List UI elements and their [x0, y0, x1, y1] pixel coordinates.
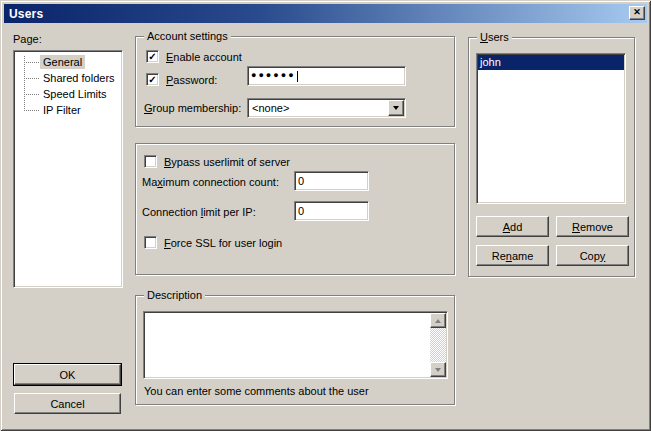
page-tree[interactable]: General Shared folders Speed Limits IP F… [13, 50, 123, 288]
description-help-text: You can enter some comments about the us… [144, 385, 369, 397]
max-connections-label: Maximum connection count: [142, 176, 279, 188]
close-icon: ✕ [633, 8, 641, 17]
tree-connector [24, 78, 40, 79]
cancel-button[interactable]: Cancel [14, 393, 121, 414]
window-title: Users [9, 7, 43, 21]
ok-button[interactable]: OK [14, 364, 121, 385]
scroll-up-button[interactable] [430, 313, 446, 328]
dropdown-button[interactable] [388, 100, 404, 116]
tree-connector [24, 110, 40, 111]
tree-item-ip-filter[interactable]: IP Filter [16, 102, 120, 118]
bypass-userlimit-label: Bypass userlimit of server [164, 156, 290, 168]
tree-item-speed-limits[interactable]: Speed Limits [16, 86, 120, 102]
triangle-up-icon [435, 319, 441, 323]
description-title: Description [144, 288, 205, 302]
password-value: ●●●●●● [251, 70, 296, 80]
password-label: Password: [166, 74, 217, 86]
scroll-down-button[interactable] [430, 362, 446, 377]
copy-user-button[interactable]: Copy [556, 245, 629, 266]
rename-user-button[interactable]: Rename [476, 245, 549, 266]
account-settings-title: Account settings [144, 29, 231, 43]
group-membership-label: Group membership: [144, 102, 241, 114]
description-input[interactable] [145, 313, 429, 377]
password-checkbox[interactable]: ✓ [146, 73, 159, 86]
description-scrollbar[interactable] [430, 313, 446, 377]
users-group: Users john Add Remove Rename Copy [468, 37, 635, 277]
users-group-title: Users [477, 30, 512, 44]
ip-limit-label: Connection limit per IP: [142, 206, 256, 218]
password-input[interactable]: ●●●●●● [247, 66, 406, 86]
users-listbox[interactable]: john [476, 53, 626, 204]
account-settings-group: Account settings ✓ Enable account ✓ Pass… [135, 36, 455, 127]
tree-item-general[interactable]: General [16, 54, 120, 70]
tree-connector [24, 62, 40, 63]
group-membership-select[interactable]: <none> [247, 98, 406, 118]
description-field [143, 311, 448, 379]
force-ssl-checkbox[interactable] [144, 236, 157, 249]
tree-item-label: IP Filter [40, 103, 84, 117]
page-list-label: Page: [13, 33, 42, 45]
tree-item-label: Shared folders [40, 71, 118, 85]
connection-limits-group: Bypass userlimit of server Maximum conne… [135, 143, 455, 275]
triangle-down-icon [435, 368, 441, 372]
users-dialog: Users ✕ Page: General Shared folders Spe… [0, 0, 651, 431]
title-bar[interactable]: Users ✕ [4, 4, 647, 23]
add-user-button[interactable]: Add [476, 216, 549, 237]
bypass-userlimit-checkbox[interactable] [144, 155, 157, 168]
enable-account-checkbox[interactable]: ✓ [146, 50, 159, 63]
user-list-item[interactable]: john [478, 55, 624, 70]
chevron-down-icon [393, 106, 399, 110]
text-caret [297, 71, 298, 82]
description-group: Description You can enter some comments … [135, 295, 455, 405]
tree-item-shared-folders[interactable]: Shared folders [16, 70, 120, 86]
group-membership-value: <none> [252, 102, 289, 114]
force-ssl-label: Force SSL for user login [164, 237, 282, 249]
tree-item-label: General [40, 55, 85, 69]
enable-account-label: Enable account [166, 51, 242, 63]
tree-connector [24, 94, 40, 95]
close-button[interactable]: ✕ [629, 6, 645, 20]
ip-limit-input[interactable] [294, 201, 369, 221]
tree-item-label: Speed Limits [40, 87, 110, 101]
max-connections-input[interactable] [294, 171, 369, 191]
remove-user-button[interactable]: Remove [556, 216, 629, 237]
